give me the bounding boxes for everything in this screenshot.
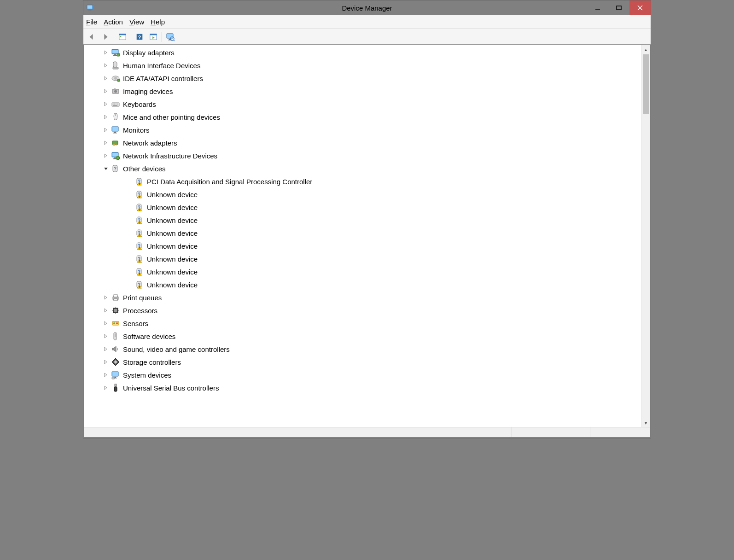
system-icon bbox=[111, 370, 120, 379]
tree-container: Display adaptersHuman Interface DevicesI… bbox=[83, 45, 651, 438]
tree-category[interactable]: Network adapters bbox=[84, 136, 641, 149]
expander-collapsed-icon[interactable] bbox=[103, 372, 109, 378]
expander-collapsed-icon[interactable] bbox=[103, 333, 109, 339]
expander-collapsed-icon[interactable] bbox=[103, 140, 109, 146]
tree-category[interactable]: System devices bbox=[84, 368, 641, 381]
scan-hardware-icon bbox=[166, 32, 175, 41]
netadapter-icon bbox=[111, 138, 120, 147]
tree-category[interactable]: IDE ATA/ATAPI controllers bbox=[84, 72, 641, 85]
expander-none bbox=[127, 178, 133, 185]
menu-help[interactable]: Help bbox=[151, 18, 165, 26]
expander-collapsed-icon[interactable] bbox=[103, 49, 109, 56]
mouse-icon bbox=[111, 112, 120, 122]
scroll-up-button[interactable]: ▴ bbox=[642, 45, 650, 53]
tree-category[interactable]: Display adapters bbox=[84, 46, 641, 59]
tree-category[interactable]: Sound, video and game controllers bbox=[84, 343, 641, 356]
tree-device[interactable]: PCI Data Acquisition and Signal Processi… bbox=[84, 175, 641, 188]
scroll-thumb[interactable] bbox=[643, 54, 649, 114]
tree-category-label: System devices bbox=[123, 371, 171, 379]
toolbar-action-button[interactable] bbox=[147, 30, 160, 43]
tree-category[interactable]: Storage controllers bbox=[84, 356, 641, 368]
titlebar[interactable]: Device Manager bbox=[83, 0, 651, 15]
menu-file[interactable]: File bbox=[86, 18, 97, 26]
toolbar-separator bbox=[131, 32, 131, 42]
expander-collapsed-icon[interactable] bbox=[103, 114, 109, 120]
tree-category-label: Sound, video and game controllers bbox=[123, 345, 230, 353]
expander-collapsed-icon[interactable] bbox=[103, 101, 109, 107]
toolbar-scan-hardware-button[interactable] bbox=[164, 30, 177, 43]
tree-category-label: Display adapters bbox=[123, 49, 175, 57]
device-manager-window: Device Manager File Action View Help bbox=[83, 0, 651, 438]
expander-collapsed-icon[interactable] bbox=[103, 127, 109, 133]
toolbar-back-button[interactable] bbox=[85, 30, 98, 43]
tree-category[interactable]: Human Interface Devices bbox=[84, 59, 641, 72]
tree-device-label: Unknown device bbox=[147, 216, 198, 224]
tree-device[interactable]: Unknown device bbox=[84, 239, 641, 252]
scroll-down-button[interactable]: ▾ bbox=[642, 419, 650, 427]
toolbar-separator bbox=[162, 32, 162, 42]
minimize-button[interactable] bbox=[587, 0, 608, 15]
unknown-icon bbox=[135, 267, 144, 276]
expander-collapsed-icon[interactable] bbox=[103, 359, 109, 365]
svg-rect-56 bbox=[617, 6, 621, 10]
expander-collapsed-icon[interactable] bbox=[103, 152, 109, 159]
tree-device[interactable]: Unknown device bbox=[84, 201, 641, 214]
tree-device-label: PCI Data Acquisition and Signal Processi… bbox=[147, 178, 312, 186]
tree-category[interactable]: Software devices bbox=[84, 330, 641, 343]
tree-category[interactable]: Print queues bbox=[84, 291, 641, 304]
arrow-left-icon bbox=[87, 33, 96, 41]
tree-device[interactable]: Unknown device bbox=[84, 278, 641, 291]
maximize-icon bbox=[616, 5, 622, 11]
tree-category[interactable]: Imaging devices bbox=[84, 85, 641, 98]
toolbar-show-hide-tree-button[interactable] bbox=[116, 30, 129, 43]
storage-icon bbox=[111, 357, 120, 367]
tree-device[interactable]: Unknown device bbox=[84, 265, 641, 278]
toolbar-help-button[interactable] bbox=[133, 30, 146, 43]
tree-category[interactable]: Other devices bbox=[84, 162, 641, 175]
tree-device[interactable]: Unknown device bbox=[84, 227, 641, 239]
vertical-scrollbar[interactable]: ▴ ▾ bbox=[641, 45, 650, 427]
unknown-icon bbox=[135, 241, 144, 251]
tree-category[interactable]: Sensors bbox=[84, 317, 641, 330]
expander-collapsed-icon[interactable] bbox=[103, 294, 109, 301]
tree-category[interactable]: Universal Serial Bus controllers bbox=[84, 381, 641, 394]
other-icon bbox=[111, 164, 120, 173]
tree-device[interactable]: Unknown device bbox=[84, 252, 641, 265]
unknown-icon bbox=[135, 177, 144, 186]
expander-collapsed-icon[interactable] bbox=[103, 75, 109, 82]
expander-collapsed-icon[interactable] bbox=[103, 88, 109, 94]
expander-collapsed-icon[interactable] bbox=[103, 62, 109, 69]
menu-view[interactable]: View bbox=[129, 18, 144, 26]
toolbar-separator bbox=[114, 32, 114, 42]
expander-expanded-icon[interactable] bbox=[103, 165, 109, 172]
ide-icon bbox=[111, 74, 120, 83]
close-button[interactable] bbox=[629, 0, 651, 15]
expander-none bbox=[127, 204, 133, 210]
maximize-button[interactable] bbox=[608, 0, 629, 15]
tree-device[interactable]: Unknown device bbox=[84, 188, 641, 201]
tree-category[interactable]: Keyboards bbox=[84, 98, 641, 111]
tree-category-label: IDE ATA/ATAPI controllers bbox=[123, 75, 203, 82]
expander-collapsed-icon[interactable] bbox=[103, 320, 109, 327]
tree-category[interactable]: Mice and other pointing devices bbox=[84, 111, 641, 123]
tree-category-label: Storage controllers bbox=[123, 358, 181, 366]
expander-collapsed-icon[interactable] bbox=[103, 385, 109, 391]
tree-category[interactable]: Processors bbox=[84, 304, 641, 317]
tree-category-label: Monitors bbox=[123, 126, 150, 134]
tree-category[interactable]: Monitors bbox=[84, 123, 641, 136]
expander-collapsed-icon[interactable] bbox=[103, 346, 109, 352]
tree-device[interactable]: Unknown device bbox=[84, 214, 641, 227]
tree-category-label: Universal Serial Bus controllers bbox=[123, 384, 219, 392]
expander-none bbox=[127, 268, 133, 275]
tree-category[interactable]: Network Infrastructure Devices bbox=[84, 149, 641, 162]
menu-action[interactable]: Action bbox=[104, 18, 123, 26]
expander-collapsed-icon[interactable] bbox=[103, 307, 109, 314]
statusbar bbox=[84, 427, 650, 437]
tree-device-label: Unknown device bbox=[147, 255, 198, 263]
toolbar-forward-button[interactable] bbox=[99, 30, 112, 43]
expander-none bbox=[127, 281, 133, 288]
expander-none bbox=[127, 217, 133, 223]
unknown-icon bbox=[135, 190, 144, 199]
tree-category-label: Network adapters bbox=[123, 139, 177, 147]
device-tree[interactable]: Display adaptersHuman Interface DevicesI… bbox=[84, 45, 641, 427]
